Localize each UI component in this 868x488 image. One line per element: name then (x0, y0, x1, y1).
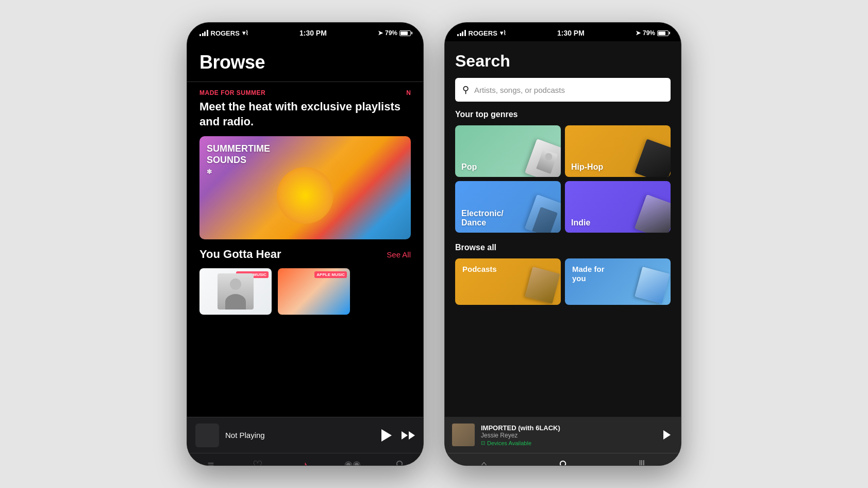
status-left-1: ROGERS ▾⌇ (199, 29, 248, 37)
genre-electronic[interactable]: Electronic/Dance (455, 181, 561, 233)
promo-tag: MADE FOR SUMMER (199, 89, 265, 96)
browse-made-for-you[interactable]: Made foryou (565, 258, 671, 305)
genre-hiphop[interactable]: Hip-Hop (565, 125, 671, 177)
status-bar-2: ROGERS ▾⌇ 1:30 PM ➤ 79% (445, 23, 681, 41)
status-left-2: ROGERS ▾⌇ (457, 29, 506, 37)
heart-icon: ♡ (253, 459, 263, 466)
tab-library[interactable]: ≡ Library (187, 459, 235, 466)
genre-hiphop-label: Hip-Hop (571, 162, 603, 172)
wifi-icon-2: ▾⌇ (500, 29, 506, 37)
signal-bar (464, 30, 466, 36)
browse-title: Browse (199, 52, 411, 73)
genres-grid: Pop Hip-Hop (455, 125, 671, 233)
library-icon: ≡ (207, 459, 214, 466)
horizontal-cards: APPLE MUSIC APPLE MUSIC (187, 268, 423, 315)
browse-podcasts[interactable]: Podcasts (455, 258, 561, 305)
genres-section: Your top genres Pop (445, 110, 681, 305)
signal-bar (460, 33, 461, 36)
np2-artwork (452, 424, 475, 446)
time-1: 1:30 PM (299, 29, 327, 37)
battery-icon-2 (657, 30, 669, 36)
genre-pop-label: Pop (461, 162, 477, 172)
promo-description: Meet the heat with exclusive playlists a… (199, 100, 411, 129)
tab-for-you[interactable]: ♡ For You (235, 459, 282, 466)
np-title: Not Playing (225, 431, 372, 440)
phone2-content[interactable]: Search ⚲ Artists, songs, or podcasts You… (445, 41, 681, 417)
tab-browse[interactable]: ♪ Browse (281, 459, 329, 466)
home-icon: ⌂ (481, 459, 487, 466)
signal-bar (207, 30, 208, 36)
np-artwork (195, 424, 219, 447)
search-icon-spotify: ⚲ (462, 84, 469, 95)
tab2-home[interactable]: ⌂ Home (445, 459, 524, 466)
np-info: Not Playing (225, 431, 372, 440)
play-button[interactable] (378, 428, 393, 443)
signal-bars-1 (199, 30, 208, 36)
genre-pop-artwork (525, 139, 561, 177)
library-icon-2: ||| (639, 459, 644, 466)
signal-bar (199, 34, 201, 36)
signal-bar (462, 31, 463, 36)
ff-icon-2 (409, 431, 415, 440)
genre-indie[interactable]: Indie (565, 181, 671, 233)
promo-row: MADE FOR SUMMER N (199, 89, 411, 100)
tab2-search[interactable]: ⚲ Search (524, 459, 603, 466)
tab-radio[interactable]: ◉◉ Radio (329, 459, 376, 466)
sun-circle (277, 167, 333, 224)
fast-forward-button[interactable] (402, 431, 415, 440)
search-placeholder[interactable]: Artists, songs, or podcasts (474, 86, 565, 94)
search-icon-1: ⚲ (395, 459, 404, 466)
music-card-2[interactable]: APPLE MUSIC (278, 268, 350, 315)
promo-section[interactable]: MADE FOR SUMMER N Meet the heat with exc… (187, 82, 423, 239)
section-title: You Gotta Hear (199, 248, 281, 261)
np2-title: IMPORTED (with 6LACK) (481, 424, 653, 432)
wifi-icon-1: ▾⌇ (242, 29, 248, 37)
ff-icon-1 (402, 431, 408, 440)
phone-spotify: ROGERS ▾⌇ 1:30 PM ➤ 79% Search ⚲ Artists… (444, 22, 681, 466)
browse-all-title: Browse all (455, 243, 671, 252)
np-controls (378, 428, 415, 443)
tab-bar-1: ≡ Library ♡ For You ♪ Browse ◉◉ Radio ⚲ … (187, 453, 423, 466)
promo-next-indicator: N (406, 89, 411, 100)
now-playing-bar[interactable]: Not Playing (187, 417, 423, 453)
carrier-1: ROGERS (211, 29, 240, 37)
status-right-2: ➤ 79% (636, 29, 669, 37)
card-person-1 (218, 273, 254, 310)
np2-play-button[interactable] (659, 428, 674, 442)
device-text: Devices Available (487, 440, 531, 446)
note-icon: ♪ (302, 459, 308, 466)
np2-device: ⊡ Devices Available (481, 440, 653, 446)
search-page-title: Search (455, 52, 671, 71)
status-bar-1: ROGERS ▾⌇ 1:30 PM ➤ 79% (187, 23, 423, 41)
location-icon-1: ➤ (378, 29, 383, 37)
tab2-your-library[interactable]: ||| Your Library (602, 459, 681, 466)
genre-electronic-artwork (525, 194, 561, 233)
phones-container: ROGERS ▾⌇ 1:30 PM ➤ 79% Browse MADE FOR … (187, 22, 681, 466)
genre-pop[interactable]: Pop (455, 125, 561, 177)
battery-pct-1: 79% (385, 29, 397, 37)
genre-indie-artwork (635, 194, 671, 233)
search-icon-tab: ⚲ (559, 459, 567, 466)
battery-fill-2 (658, 31, 665, 35)
np2-info: IMPORTED (with 6LACK) Jessie Reyez ⊡ Dev… (481, 424, 653, 446)
device-icon: ⊡ (481, 440, 485, 446)
search-input-bar[interactable]: ⚲ Artists, songs, or podcasts (455, 78, 671, 102)
signal-bar (457, 34, 459, 36)
tab-bar-2: ⌂ Home ⚲ Search ||| Your Library (445, 453, 681, 466)
phone-apple-music: ROGERS ▾⌇ 1:30 PM ➤ 79% Browse MADE FOR … (187, 22, 424, 466)
location-icon-2: ➤ (636, 29, 641, 37)
top-genres-title: Your top genres (455, 110, 671, 119)
genre-indie-label: Indie (571, 218, 590, 227)
browse-all-grid: Podcasts Made foryou (455, 258, 671, 305)
album-artwork[interactable]: SUMMERTIMESOUNDS✼ (199, 136, 411, 239)
now-playing-bar-2[interactable]: IMPORTED (with 6LACK) Jessie Reyez ⊡ Dev… (445, 417, 681, 453)
see-all-link[interactable]: See All (387, 250, 411, 259)
svg-marker-0 (663, 430, 671, 440)
play-icon-spotify (661, 429, 672, 441)
radio-icon: ◉◉ (344, 459, 361, 466)
phone1-content[interactable]: Browse MADE FOR SUMMER N Meet the heat w… (187, 41, 423, 417)
signal-bar (202, 33, 204, 36)
music-card-1[interactable]: APPLE MUSIC (199, 268, 272, 315)
time-2: 1:30 PM (557, 29, 585, 37)
tab-search-1[interactable]: ⚲ Search (376, 459, 423, 466)
